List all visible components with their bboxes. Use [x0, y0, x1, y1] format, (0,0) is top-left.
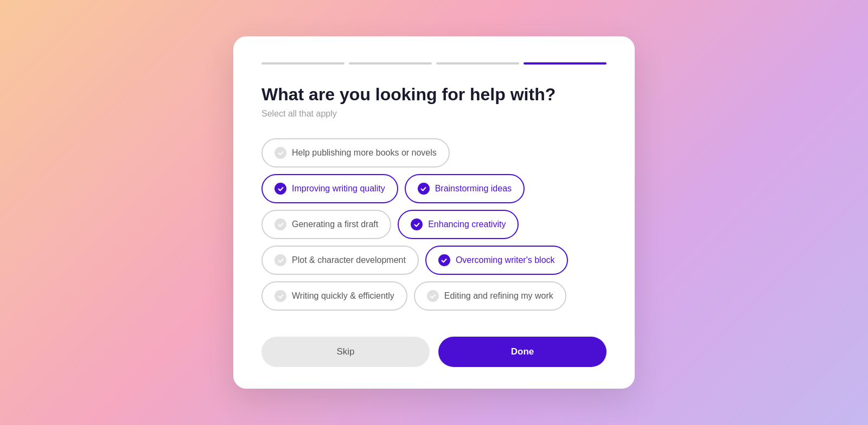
option-editing-label: Editing and refining my work — [444, 291, 553, 301]
progress-segment-3 — [436, 62, 519, 65]
check-icon-creativity — [411, 218, 423, 230]
option-brainstorming[interactable]: Brainstorming ideas — [405, 174, 525, 203]
modal-container: What are you looking for help with? Sele… — [233, 36, 635, 389]
option-first-draft[interactable]: Generating a first draft — [261, 210, 391, 239]
check-icon-editing — [427, 290, 439, 302]
done-button[interactable]: Done — [438, 337, 607, 367]
option-publishing-label: Help publishing more books or novels — [292, 148, 437, 158]
check-icon-writing-quality — [275, 183, 286, 195]
options-row-5: Writing quickly & efficiently Editing an… — [261, 281, 607, 311]
option-brainstorming-label: Brainstorming ideas — [435, 184, 512, 194]
footer-buttons: Skip Done — [261, 337, 607, 367]
check-icon-publishing — [275, 147, 286, 159]
option-writing-quickly-label: Writing quickly & efficiently — [292, 291, 394, 301]
check-icon-first-draft — [275, 218, 286, 230]
options-row-2: Improving writing quality Brainstorming … — [261, 174, 607, 203]
check-icon-writers-block — [438, 254, 450, 266]
option-character-dev[interactable]: Plot & character development — [261, 246, 419, 275]
progress-segment-2 — [349, 62, 432, 65]
option-publishing[interactable]: Help publishing more books or novels — [261, 138, 450, 168]
option-creativity[interactable]: Enhancing creativity — [398, 210, 519, 239]
options-row-3: Generating a first draft Enhancing creat… — [261, 210, 607, 239]
option-first-draft-label: Generating a first draft — [292, 220, 378, 229]
skip-button[interactable]: Skip — [261, 337, 430, 367]
progress-segment-4 — [524, 62, 607, 65]
option-character-dev-label: Plot & character development — [292, 255, 406, 265]
option-editing[interactable]: Editing and refining my work — [414, 281, 566, 311]
check-icon-character-dev — [275, 254, 286, 266]
check-icon-brainstorming — [418, 183, 430, 195]
progress-segment-1 — [261, 62, 344, 65]
option-writing-quality[interactable]: Improving writing quality — [261, 174, 398, 203]
progress-bar — [261, 62, 607, 65]
option-creativity-label: Enhancing creativity — [428, 220, 506, 229]
question-title: What are you looking for help with? — [261, 84, 607, 105]
check-icon-writing-quickly — [275, 290, 286, 302]
options-row-1: Help publishing more books or novels — [261, 138, 607, 168]
option-writers-block[interactable]: Overcoming writer's block — [425, 246, 568, 275]
option-writers-block-label: Overcoming writer's block — [456, 255, 555, 265]
options-row-4: Plot & character development Overcoming … — [261, 246, 607, 275]
option-writing-quality-label: Improving writing quality — [292, 184, 385, 194]
options-container: Help publishing more books or novels Imp… — [261, 138, 607, 311]
question-subtitle: Select all that apply — [261, 109, 607, 119]
option-writing-quickly[interactable]: Writing quickly & efficiently — [261, 281, 407, 311]
